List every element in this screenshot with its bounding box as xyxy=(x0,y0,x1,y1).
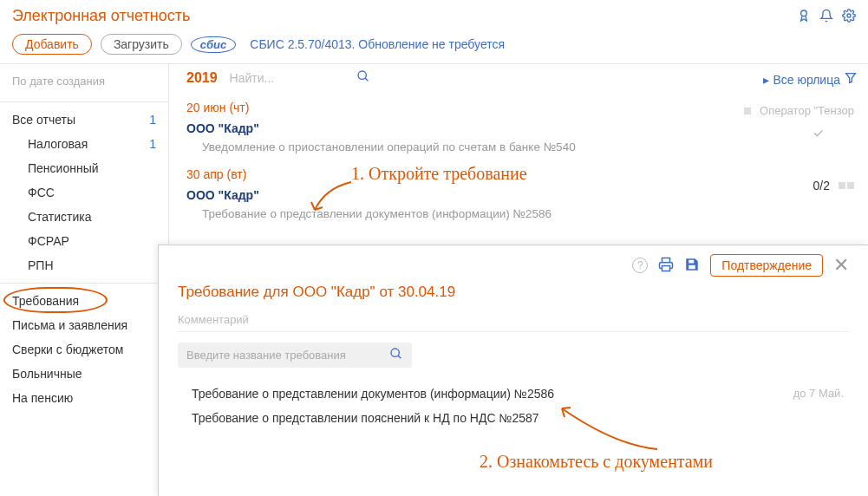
all-legal-link[interactable]: ▸ Все юрлица xyxy=(763,71,858,88)
svg-point-1 xyxy=(847,14,851,17)
year-selector[interactable]: 2019 xyxy=(186,70,218,86)
sidebar-item[interactable]: На пенсию xyxy=(0,386,168,410)
annotation-2: 2. Ознакомьтесь с документами xyxy=(480,452,713,472)
counter: 0/2 xyxy=(813,179,830,193)
version-text: СБИС 2.5.70/4013. Обновление не требуетс… xyxy=(250,37,505,51)
comment-field[interactable]: Комментарий xyxy=(178,313,849,332)
award-icon[interactable] xyxy=(797,9,811,25)
sidebar-item[interactable]: ФСРАР xyxy=(0,229,168,253)
sort-label[interactable]: По дате создания xyxy=(0,69,168,96)
save-icon[interactable] xyxy=(684,257,700,275)
sbis-logo: сбис xyxy=(191,36,236,53)
sidebar-item[interactable]: Налоговая1 xyxy=(0,132,168,156)
requirement-search-input[interactable] xyxy=(186,349,377,362)
confirm-button[interactable]: Подтверждение xyxy=(710,254,823,277)
dialog-title: Требование для ООО "Кадр" от 30.04.19 xyxy=(178,284,849,301)
sidebar-item[interactable]: Сверки с бюджетом xyxy=(0,337,168,362)
entry-desc[interactable]: Требование о представлении документов (и… xyxy=(186,207,856,220)
search-input[interactable] xyxy=(230,71,351,85)
sidebar-item[interactable]: Больничные xyxy=(0,362,168,386)
sidebar-item[interactable]: Требования xyxy=(0,289,168,313)
load-button[interactable]: Загрузить xyxy=(101,34,182,55)
sidebar-item[interactable]: Статистика xyxy=(0,205,168,229)
requirement-dialog: ? Подтверждение ✕ Требование для ООО "Ка… xyxy=(158,245,868,496)
sidebar-item[interactable]: ФСС xyxy=(0,180,168,205)
page-title: Электронная отчетность xyxy=(12,7,190,24)
svg-point-4 xyxy=(391,349,399,356)
close-icon[interactable]: ✕ xyxy=(833,256,849,275)
check-icon xyxy=(812,127,825,142)
add-button[interactable]: Добавить xyxy=(12,34,92,55)
org-name[interactable]: ООО "Кадр" xyxy=(186,188,856,202)
svg-point-0 xyxy=(801,10,807,16)
sidebar-item[interactable]: РПН xyxy=(0,253,168,277)
svg-point-2 xyxy=(358,71,366,79)
svg-line-5 xyxy=(398,356,401,358)
filter-icon[interactable] xyxy=(844,71,858,88)
print-icon[interactable] xyxy=(658,257,674,275)
requirement-item[interactable]: Требование о представлении документов (и… xyxy=(178,382,849,406)
sidebar-item[interactable]: Пенсионный xyxy=(0,156,168,180)
search-icon[interactable] xyxy=(356,69,370,86)
help-icon[interactable]: ? xyxy=(632,258,648,273)
bell-icon[interactable] xyxy=(819,9,833,25)
operator-label: Оператор "Тензор xyxy=(760,104,854,117)
gear-icon[interactable] xyxy=(842,9,856,25)
entry-desc[interactable]: Уведомление о приостановлении операций п… xyxy=(186,140,856,153)
sidebar: По дате создания Все отчеты1Налоговая1Пе… xyxy=(0,64,169,490)
requirement-item[interactable]: Требование о представлении пояснений к Н… xyxy=(178,406,849,430)
sidebar-item[interactable]: Все отчеты1 xyxy=(0,108,168,132)
svg-line-3 xyxy=(365,78,368,81)
org-name[interactable]: ООО "Кадр" xyxy=(186,121,856,135)
sidebar-item[interactable]: Письма и заявления xyxy=(0,313,168,337)
date-row: 30 апр (вт) xyxy=(186,167,856,181)
search-icon[interactable] xyxy=(389,347,403,363)
header-icons xyxy=(797,9,856,25)
